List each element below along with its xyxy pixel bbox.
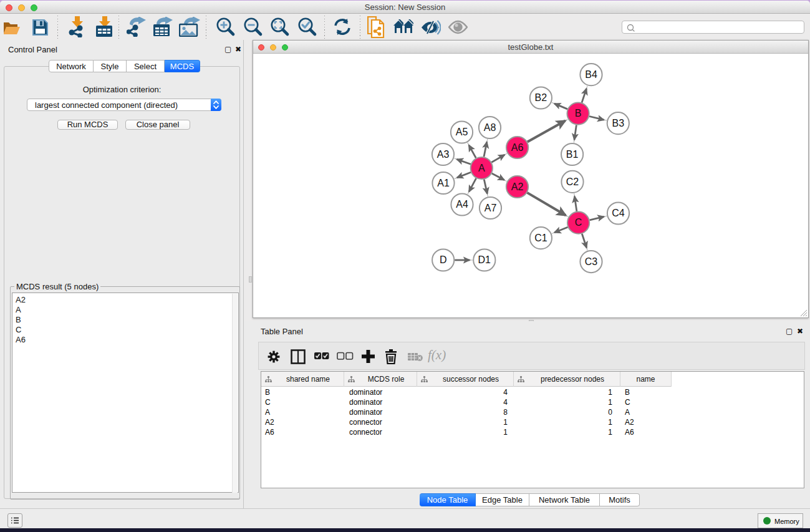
svg-text:A3: A3 [437, 149, 450, 160]
svg-text:A1: A1 [437, 178, 450, 188]
svg-text:A: A [478, 163, 485, 173]
svg-text:C4: C4 [612, 208, 625, 218]
svg-text:B3: B3 [612, 118, 625, 128]
svg-text:D: D [440, 254, 447, 265]
svg-text:B: B [575, 108, 582, 118]
svg-text:B1: B1 [566, 149, 579, 160]
svg-text:A6: A6 [511, 142, 524, 153]
svg-text:C2: C2 [566, 177, 579, 187]
svg-text:A2: A2 [511, 181, 524, 192]
svg-text:B2: B2 [535, 92, 547, 103]
svg-text:A5: A5 [456, 127, 468, 137]
svg-text:D1: D1 [478, 254, 491, 265]
svg-text:B4: B4 [585, 69, 597, 80]
svg-text:C: C [575, 217, 582, 228]
svg-text:A4: A4 [456, 199, 468, 210]
svg-text:A7: A7 [485, 203, 497, 213]
svg-text:C3: C3 [585, 256, 598, 267]
svg-text:A8: A8 [484, 122, 496, 133]
svg-text:C1: C1 [534, 233, 547, 243]
